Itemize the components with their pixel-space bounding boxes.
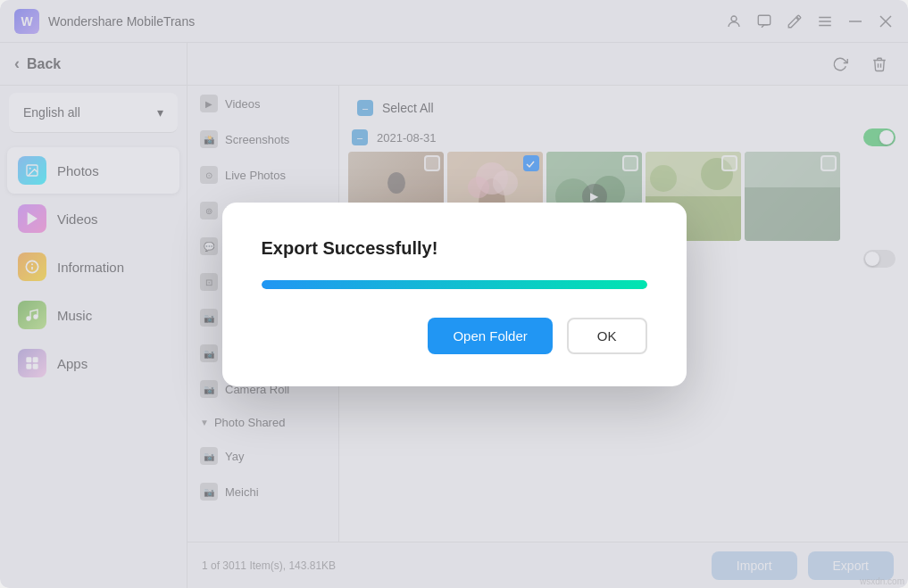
open-folder-button[interactable]: Open Folder — [428, 318, 552, 354]
modal-overlay: Export Successfully! Open Folder OK — [0, 0, 908, 588]
progress-bar-container — [262, 280, 647, 289]
modal-title: Export Successfully! — [262, 238, 438, 259]
export-success-modal: Export Successfully! Open Folder OK — [222, 203, 687, 386]
progress-bar-fill — [262, 280, 647, 289]
modal-buttons: Open Folder OK — [428, 318, 646, 354]
ok-button[interactable]: OK — [567, 318, 647, 354]
app-window: W Wondershare MobileTrans — [0, 0, 908, 588]
